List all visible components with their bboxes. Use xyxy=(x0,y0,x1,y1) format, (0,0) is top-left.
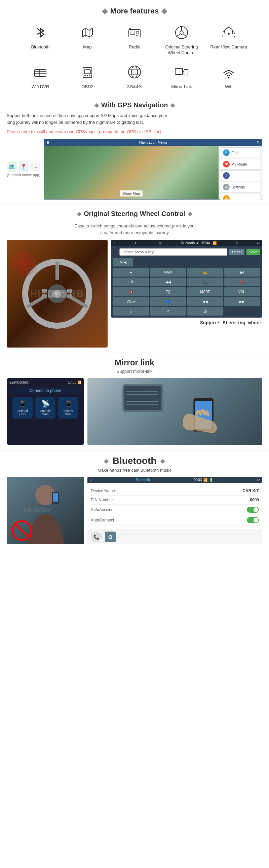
steering-close-icon: ↩ xyxy=(257,241,260,245)
radio-label: Radio xyxy=(129,44,140,50)
steering-mute-key[interactable]: M/◀ xyxy=(113,258,133,267)
obd-icon xyxy=(79,63,96,82)
steering-prompt-row: ◯ Please press a key Reset Save xyxy=(113,248,260,256)
bt-status-icons: 00:03 📶 🔋 xyxy=(193,478,213,482)
steering-title-row: ◆ Original Steering Wheel Control ◆ xyxy=(7,210,262,218)
gps-screen-header: ⊕ Navigation Menu ✕ xyxy=(44,139,262,146)
steering-key-refresh[interactable]: ↺ xyxy=(150,307,186,316)
svg-rect-14 xyxy=(35,70,46,76)
mirror-android-usb[interactable]: 📱 Android USB xyxy=(12,397,33,418)
bluetooth-images: HIFDDVR ⌂ Bluetooth 00:03 📶 🔋 ↩ Device N… xyxy=(7,477,262,544)
features-row-1: Bluetooth Map xyxy=(3,21,266,59)
steering-key-bt[interactable]: 🔵 xyxy=(150,297,186,306)
mirror-connect-title: Connect to phone xyxy=(9,387,81,394)
bt-pin-label: PIN Number: xyxy=(91,498,114,502)
steering-key-navi[interactable]: NAVI xyxy=(150,268,186,277)
map-icon xyxy=(79,23,96,42)
gps-myroute-btn[interactable]: 🗺 My Route xyxy=(220,159,261,169)
steering-key-vol+[interactable]: VOL+ xyxy=(113,297,149,306)
steering-ui-body: ◯ Please press a key Reset Save M/◀ ● NA… xyxy=(111,246,262,318)
bt-person-photo: HIFDDVR xyxy=(7,477,84,544)
steering-key-lud[interactable]: LUD xyxy=(113,278,149,286)
bluetooth-title-row: ◆ Bluetooth ◆ xyxy=(7,456,262,466)
steering-key-mode[interactable]: MODE xyxy=(187,287,223,296)
gps-heading: With GPS Navigation xyxy=(101,101,168,109)
more-features-heading: More features xyxy=(110,7,159,16)
bt-autoanswer-toggle[interactable] xyxy=(247,507,259,513)
mirror-subtitle: Support mirror-link xyxy=(7,369,262,374)
find-icon: 🔍 xyxy=(223,149,230,156)
bt-settings-screen: ⌂ Bluetooth 00:03 📶 🔋 ↩ Device Name: CAR… xyxy=(88,477,262,544)
bluetooth-section: ◆ Bluetooth ◆ Make hands free call/ Bule… xyxy=(0,451,269,549)
mirror-icon xyxy=(173,63,190,82)
prompt-circle-icon: ◯ xyxy=(113,250,117,254)
facebook-icon: f xyxy=(223,172,230,179)
steering-status: Bluetooth ★ 15:44 📶 xyxy=(180,241,216,245)
steering-key-prev[interactable]: ◀◀ xyxy=(150,278,186,286)
bt-autoconnect-label: AutoConnect xyxy=(91,518,114,523)
svg-point-7 xyxy=(137,35,138,36)
gps-menu: 🔍 Find 🗺 My Route f ⚙ Settings xyxy=(218,146,262,199)
gps-description: Suppot both online and off-line navi app… xyxy=(7,112,262,126)
more-features-title: ◆ More features ◆ xyxy=(3,7,266,16)
map-label: Map xyxy=(83,44,92,50)
steering-save-btn[interactable]: Save xyxy=(246,249,260,255)
bt-autoanswer-row: AutoAnswer xyxy=(91,505,259,515)
bt-device-name-value: CAR KIT xyxy=(242,489,259,493)
bt-autoconnect-toggle[interactable] xyxy=(247,517,259,523)
mirror-android-wifi[interactable]: 📡 Android WiFi xyxy=(35,397,56,418)
gps-app-icons: 🗺️ 📍 ... (Support online app) xyxy=(7,161,40,177)
steering-key-grid: ● NAVI 📻 ▶| LUD ◀◀ 📞 📵 🔇 EQ MODE VOL- VO… xyxy=(113,268,260,316)
steering-key-play[interactable]: ▶| xyxy=(224,268,260,277)
feature-map: Map xyxy=(64,21,111,59)
feature-camera: Rear View Camera xyxy=(205,21,252,59)
dvr-label: Wifi DVR xyxy=(32,84,49,90)
steering-key-hangup[interactable]: 📵 xyxy=(224,278,260,286)
bt-home-icon: ⌂ xyxy=(90,478,92,482)
gps-images: 🗺️ 📍 ... (Support online app) ⊕ Navigati… xyxy=(7,139,262,199)
steering-description: Easy to switch songs,channels and adiust… xyxy=(7,223,262,236)
diamond-right: ◆ xyxy=(161,7,167,16)
bt-autoanswer-label: AutoAnswer xyxy=(91,507,113,512)
gps-find-btn[interactable]: 🔍 Find xyxy=(220,147,261,158)
svg-rect-3 xyxy=(130,31,135,34)
mirror-iphone-wifi[interactable]: 📱 iPhone WiFi xyxy=(58,397,78,418)
steering-diamond-right: ◆ xyxy=(188,211,192,217)
steering-key-phone[interactable]: 📞 xyxy=(187,278,223,286)
steering-mute-row: M/◀ xyxy=(113,258,260,267)
steering-key-dot[interactable]: ● xyxy=(113,268,149,277)
extra-icon: ★ xyxy=(223,195,230,199)
3g4g-label: 3G&4G xyxy=(127,84,141,90)
svg-point-21 xyxy=(87,75,88,76)
gps-extra-btn[interactable]: ★ xyxy=(220,193,261,199)
steering-key-radio[interactable]: 📻 xyxy=(187,268,223,277)
steering-title: Original Steering Wheel Control xyxy=(84,210,185,218)
gps-settings-btn[interactable]: ⚙ Settings xyxy=(220,182,261,192)
feature-wifi: Wifi xyxy=(205,60,252,93)
features-row-2: Wifi DVR OBD2 xyxy=(3,60,266,93)
wifi-icon xyxy=(220,63,237,82)
bt-status: Bluetooth ★ xyxy=(180,241,199,245)
bt-phone-icon-btn[interactable]: 📞 xyxy=(91,532,102,542)
gps-show-map-btn[interactable]: Show Map xyxy=(120,190,142,196)
steering-reset-btn[interactable]: Reset xyxy=(229,249,244,255)
diamond-left: ◆ xyxy=(102,7,108,16)
mirror-phone-options: 📱 Android USB 📡 Android WiFi 📱 iPhone Wi… xyxy=(9,397,81,418)
steering-key-power[interactable]: ⏻ xyxy=(187,307,223,316)
mirror-app-name: EasyConnect xyxy=(9,380,29,384)
usb-icon: 📱 xyxy=(14,400,31,408)
obd-label: OBD2 xyxy=(81,84,93,90)
bt-gear-btn[interactable]: ⚙ xyxy=(105,532,116,542)
steering-key-vol-[interactable]: VOL- xyxy=(224,287,260,296)
steering-key-eq[interactable]: EQ xyxy=(150,287,186,296)
steering-key-mute2[interactable]: 🔇 xyxy=(113,287,149,296)
gps-screen-body: Show Map 🔍 Find 🗺 My Route f ⚙ xyxy=(44,146,262,199)
steering-key-prev2[interactable]: ◀◀ xyxy=(187,297,223,306)
mirror-section: Mirror link Support mirror-link EasyConn… xyxy=(0,353,269,451)
steering-key-next[interactable]: ▶▶ xyxy=(224,297,260,306)
mirror-images: EasyConnect 17:38 📶 Connect to phone 📱 A… xyxy=(7,378,262,445)
steering-label: Original Steering Wheel Control xyxy=(165,44,198,56)
steering-key-home[interactable]: ⌂ xyxy=(113,307,149,316)
steering-screen: ⌂ ⟵ ⊞ Bluetooth ★ 15:44 📶 ≡ ↩ ◯ Please p… xyxy=(111,240,262,318)
gps-facebook-btn[interactable]: f xyxy=(220,170,261,181)
